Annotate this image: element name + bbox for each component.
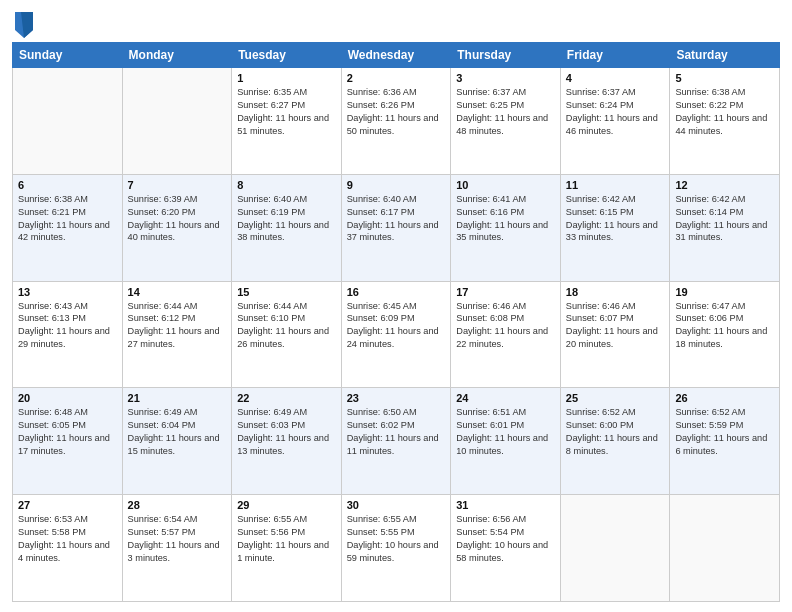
day-info: Sunrise: 6:43 AM Sunset: 6:13 PM Dayligh…: [18, 300, 117, 352]
calendar-day-4: 4Sunrise: 6:37 AM Sunset: 6:24 PM Daylig…: [560, 68, 670, 175]
calendar-empty-cell: [670, 495, 780, 602]
calendar-empty-cell: [122, 68, 232, 175]
weekday-header-monday: Monday: [122, 43, 232, 68]
calendar-day-31: 31Sunrise: 6:56 AM Sunset: 5:54 PM Dayli…: [451, 495, 561, 602]
calendar-day-14: 14Sunrise: 6:44 AM Sunset: 6:12 PM Dayli…: [122, 281, 232, 388]
day-info: Sunrise: 6:39 AM Sunset: 6:20 PM Dayligh…: [128, 193, 227, 245]
header: [12, 10, 780, 36]
day-info: Sunrise: 6:37 AM Sunset: 6:24 PM Dayligh…: [566, 86, 665, 138]
day-number: 8: [237, 179, 336, 191]
day-number: 18: [566, 286, 665, 298]
weekday-header-saturday: Saturday: [670, 43, 780, 68]
calendar-week-row: 1Sunrise: 6:35 AM Sunset: 6:27 PM Daylig…: [13, 68, 780, 175]
calendar-day-17: 17Sunrise: 6:46 AM Sunset: 6:08 PM Dayli…: [451, 281, 561, 388]
calendar-day-9: 9Sunrise: 6:40 AM Sunset: 6:17 PM Daylig…: [341, 174, 451, 281]
calendar-day-26: 26Sunrise: 6:52 AM Sunset: 5:59 PM Dayli…: [670, 388, 780, 495]
day-info: Sunrise: 6:55 AM Sunset: 5:56 PM Dayligh…: [237, 513, 336, 565]
day-number: 19: [675, 286, 774, 298]
day-number: 11: [566, 179, 665, 191]
day-number: 2: [347, 72, 446, 84]
calendar-day-25: 25Sunrise: 6:52 AM Sunset: 6:00 PM Dayli…: [560, 388, 670, 495]
weekday-header-thursday: Thursday: [451, 43, 561, 68]
day-number: 28: [128, 499, 227, 511]
calendar-day-11: 11Sunrise: 6:42 AM Sunset: 6:15 PM Dayli…: [560, 174, 670, 281]
day-number: 24: [456, 392, 555, 404]
day-info: Sunrise: 6:44 AM Sunset: 6:10 PM Dayligh…: [237, 300, 336, 352]
calendar-day-12: 12Sunrise: 6:42 AM Sunset: 6:14 PM Dayli…: [670, 174, 780, 281]
calendar-table: SundayMondayTuesdayWednesdayThursdayFrid…: [12, 42, 780, 602]
calendar-day-2: 2Sunrise: 6:36 AM Sunset: 6:26 PM Daylig…: [341, 68, 451, 175]
day-info: Sunrise: 6:44 AM Sunset: 6:12 PM Dayligh…: [128, 300, 227, 352]
calendar-day-27: 27Sunrise: 6:53 AM Sunset: 5:58 PM Dayli…: [13, 495, 123, 602]
calendar-week-row: 13Sunrise: 6:43 AM Sunset: 6:13 PM Dayli…: [13, 281, 780, 388]
day-number: 14: [128, 286, 227, 298]
calendar-day-18: 18Sunrise: 6:46 AM Sunset: 6:07 PM Dayli…: [560, 281, 670, 388]
day-number: 3: [456, 72, 555, 84]
calendar-day-23: 23Sunrise: 6:50 AM Sunset: 6:02 PM Dayli…: [341, 388, 451, 495]
calendar-week-row: 20Sunrise: 6:48 AM Sunset: 6:05 PM Dayli…: [13, 388, 780, 495]
day-info: Sunrise: 6:53 AM Sunset: 5:58 PM Dayligh…: [18, 513, 117, 565]
weekday-header-tuesday: Tuesday: [232, 43, 342, 68]
calendar-day-22: 22Sunrise: 6:49 AM Sunset: 6:03 PM Dayli…: [232, 388, 342, 495]
day-info: Sunrise: 6:40 AM Sunset: 6:19 PM Dayligh…: [237, 193, 336, 245]
calendar-day-20: 20Sunrise: 6:48 AM Sunset: 6:05 PM Dayli…: [13, 388, 123, 495]
day-info: Sunrise: 6:49 AM Sunset: 6:03 PM Dayligh…: [237, 406, 336, 458]
day-number: 1: [237, 72, 336, 84]
day-info: Sunrise: 6:50 AM Sunset: 6:02 PM Dayligh…: [347, 406, 446, 458]
day-info: Sunrise: 6:45 AM Sunset: 6:09 PM Dayligh…: [347, 300, 446, 352]
day-info: Sunrise: 6:46 AM Sunset: 6:08 PM Dayligh…: [456, 300, 555, 352]
day-number: 25: [566, 392, 665, 404]
day-number: 15: [237, 286, 336, 298]
calendar-day-3: 3Sunrise: 6:37 AM Sunset: 6:25 PM Daylig…: [451, 68, 561, 175]
calendar-day-6: 6Sunrise: 6:38 AM Sunset: 6:21 PM Daylig…: [13, 174, 123, 281]
day-number: 31: [456, 499, 555, 511]
day-info: Sunrise: 6:48 AM Sunset: 6:05 PM Dayligh…: [18, 406, 117, 458]
day-info: Sunrise: 6:42 AM Sunset: 6:15 PM Dayligh…: [566, 193, 665, 245]
day-number: 26: [675, 392, 774, 404]
day-number: 9: [347, 179, 446, 191]
weekday-header-wednesday: Wednesday: [341, 43, 451, 68]
day-info: Sunrise: 6:42 AM Sunset: 6:14 PM Dayligh…: [675, 193, 774, 245]
calendar-empty-cell: [560, 495, 670, 602]
day-info: Sunrise: 6:55 AM Sunset: 5:55 PM Dayligh…: [347, 513, 446, 565]
day-number: 23: [347, 392, 446, 404]
logo-icon: [13, 10, 35, 40]
day-info: Sunrise: 6:47 AM Sunset: 6:06 PM Dayligh…: [675, 300, 774, 352]
logo-text: [12, 10, 35, 36]
day-number: 27: [18, 499, 117, 511]
day-number: 17: [456, 286, 555, 298]
day-info: Sunrise: 6:56 AM Sunset: 5:54 PM Dayligh…: [456, 513, 555, 565]
weekday-header-friday: Friday: [560, 43, 670, 68]
day-info: Sunrise: 6:37 AM Sunset: 6:25 PM Dayligh…: [456, 86, 555, 138]
calendar-day-30: 30Sunrise: 6:55 AM Sunset: 5:55 PM Dayli…: [341, 495, 451, 602]
day-info: Sunrise: 6:54 AM Sunset: 5:57 PM Dayligh…: [128, 513, 227, 565]
day-number: 10: [456, 179, 555, 191]
calendar-day-1: 1Sunrise: 6:35 AM Sunset: 6:27 PM Daylig…: [232, 68, 342, 175]
day-info: Sunrise: 6:40 AM Sunset: 6:17 PM Dayligh…: [347, 193, 446, 245]
day-number: 20: [18, 392, 117, 404]
weekday-header-row: SundayMondayTuesdayWednesdayThursdayFrid…: [13, 43, 780, 68]
calendar-empty-cell: [13, 68, 123, 175]
calendar-day-16: 16Sunrise: 6:45 AM Sunset: 6:09 PM Dayli…: [341, 281, 451, 388]
day-number: 4: [566, 72, 665, 84]
calendar-day-7: 7Sunrise: 6:39 AM Sunset: 6:20 PM Daylig…: [122, 174, 232, 281]
calendar-day-29: 29Sunrise: 6:55 AM Sunset: 5:56 PM Dayli…: [232, 495, 342, 602]
day-info: Sunrise: 6:51 AM Sunset: 6:01 PM Dayligh…: [456, 406, 555, 458]
day-number: 16: [347, 286, 446, 298]
day-number: 21: [128, 392, 227, 404]
day-number: 29: [237, 499, 336, 511]
day-info: Sunrise: 6:49 AM Sunset: 6:04 PM Dayligh…: [128, 406, 227, 458]
day-info: Sunrise: 6:38 AM Sunset: 6:22 PM Dayligh…: [675, 86, 774, 138]
day-number: 6: [18, 179, 117, 191]
weekday-header-sunday: Sunday: [13, 43, 123, 68]
calendar-day-28: 28Sunrise: 6:54 AM Sunset: 5:57 PM Dayli…: [122, 495, 232, 602]
page: SundayMondayTuesdayWednesdayThursdayFrid…: [0, 0, 792, 612]
day-info: Sunrise: 6:41 AM Sunset: 6:16 PM Dayligh…: [456, 193, 555, 245]
day-info: Sunrise: 6:52 AM Sunset: 6:00 PM Dayligh…: [566, 406, 665, 458]
logo: [12, 10, 35, 36]
calendar-week-row: 27Sunrise: 6:53 AM Sunset: 5:58 PM Dayli…: [13, 495, 780, 602]
calendar-day-21: 21Sunrise: 6:49 AM Sunset: 6:04 PM Dayli…: [122, 388, 232, 495]
day-info: Sunrise: 6:36 AM Sunset: 6:26 PM Dayligh…: [347, 86, 446, 138]
day-info: Sunrise: 6:46 AM Sunset: 6:07 PM Dayligh…: [566, 300, 665, 352]
day-info: Sunrise: 6:52 AM Sunset: 5:59 PM Dayligh…: [675, 406, 774, 458]
